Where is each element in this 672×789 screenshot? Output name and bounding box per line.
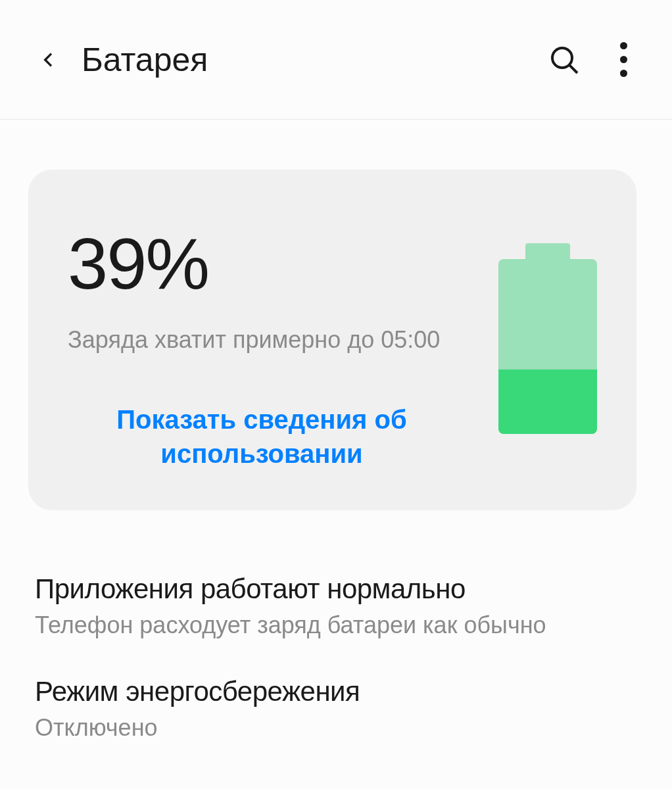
apps-status-item[interactable]: Приложения работают нормально Телефон ра… [35, 573, 630, 639]
more-vertical-icon [620, 42, 627, 77]
svg-line-1 [569, 65, 577, 73]
power-saving-item[interactable]: Режим энергосбережения Отключено [35, 676, 630, 742]
item-title: Режим энергосбережения [35, 676, 630, 707]
search-icon [548, 44, 580, 76]
back-button[interactable] [33, 44, 64, 76]
header: Батарея [0, 0, 672, 120]
search-button[interactable] [544, 40, 584, 80]
battery-fill [498, 370, 597, 434]
item-subtitle: Отключено [35, 714, 630, 742]
settings-list: Приложения работают нормально Телефон ра… [28, 573, 636, 742]
content: 39% Заряда хватит примерно до 05:00 Пока… [0, 120, 672, 742]
more-button[interactable] [610, 40, 636, 80]
item-subtitle: Телефон расходует заряд батареи как обыч… [35, 611, 630, 639]
chevron-left-icon [38, 49, 59, 70]
usage-details-link[interactable]: Показать сведения об использовании [68, 402, 456, 471]
page-title: Батарея [82, 41, 544, 79]
battery-card: 39% Заряда хватит примерно до 05:00 Пока… [28, 170, 636, 510]
battery-icon [498, 243, 597, 434]
item-title: Приложения работают нормально [35, 573, 630, 605]
svg-point-0 [552, 48, 572, 68]
